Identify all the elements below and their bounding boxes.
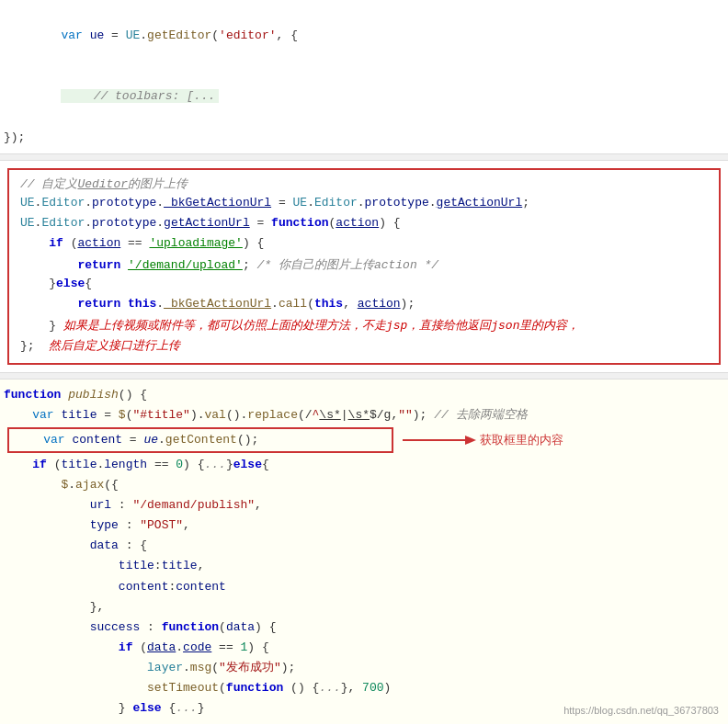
section-divider [0,153,728,161]
code-line: if (action == 'uploadimage') { [17,236,711,256]
code-line: // 自定义Ueditor的图片上传 [17,176,711,196]
code-line: content:content [0,577,728,597]
code-line: }else{ [17,277,711,297]
code-line: return '/demand/upload'; /* 你自己的图片上传acti… [17,256,711,277]
code-line: if (data.code == 1) { [0,638,728,658]
watermark: https://blog.csdn.net/qq_36737803 [563,705,719,716]
red-inline-box-row: var content = ue.getContent(); 获取框里的内容 [0,427,728,453]
code-line: UE.Editor.prototype._bkGetActionUrl = UE… [17,196,711,216]
red-bordered-section: // 自定义Ueditor的图片上传 UE.Editor.prototype._… [7,168,721,365]
code-line: if (title.length == 0) {...}else{ [0,455,728,475]
code-line: layer.msg("发布成功"); [0,658,728,678]
code-line: UE.Editor.prototype.getActionUrl = funct… [17,216,711,236]
code-line: title:title, [0,556,728,576]
svg-marker-1 [465,436,476,445]
code-line: var title = $("#title").val().replace(/^… [0,405,728,425]
code-line: data : { [0,536,728,556]
code-line: success : function(data) { [0,617,728,638]
code-line: }); [0,128,728,148]
arrow-icon [403,429,476,451]
code-line: setTimeout(function () {...}, 700) [0,678,728,698]
code-line: $.ajax({ [0,475,728,495]
code-editor: var ue = UE.getEditor('editor', { // too… [0,0,728,724]
code-line: function publish() { [0,385,728,405]
code-line: } 如果是上传视频或附件等，都可以仿照上面的处理方法，不走jsp，直接给他返回j… [17,317,711,337]
annotation-text: 获取框里的内容 [480,430,563,450]
code-line: }, [0,597,728,617]
code-line: }; 然后自定义接口进行上传 [17,337,711,357]
code-line: var ue = UE.getEditor('editor', { [0,6,728,66]
code-line: // toolbars: [... [0,66,728,127]
section-divider [0,372,728,379]
top-code-block: var ue = UE.getEditor('editor', { // too… [0,0,728,153]
code-line: type : "POST", [0,515,728,536]
yellow-code-block: function publish() { var title = $("#tit… [0,379,728,725]
code-line: return this._bkGetActionUrl.call(this, a… [17,297,711,317]
code-line: url : "/demand/publish", [0,495,728,515]
